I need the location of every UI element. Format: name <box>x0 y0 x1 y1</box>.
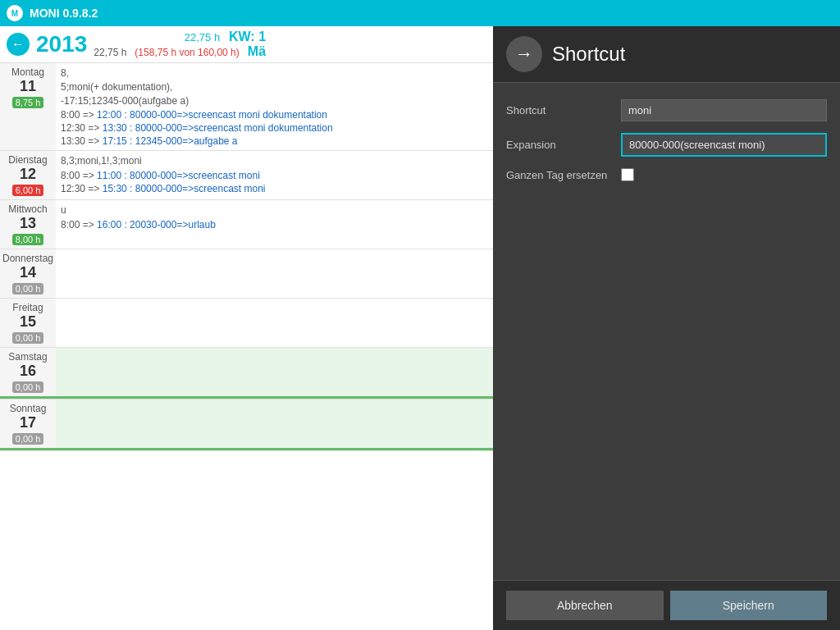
year-label: 2013 <box>36 31 87 57</box>
day-name: Mittwoch <box>8 203 47 215</box>
day-entry: 13:30 => 17:15 : 12345-000=>aufgabe a <box>61 135 488 147</box>
hours-bottom: 22,75 h (158,75 h von 160,00 h) Mä <box>94 44 266 59</box>
shortcut-dialog-title: Shortcut <box>552 43 625 66</box>
day-name: Montag <box>11 66 44 78</box>
app-title: MONI 0.9.8.2 <box>30 7 98 20</box>
day-content[interactable] <box>56 399 493 450</box>
day-row: Mittwoch138,00 hu8:00 => 16:00 : 20030-0… <box>0 200 493 249</box>
entry-link[interactable]: 15:30 : 80000-000=>screencast moni <box>99 183 265 194</box>
ganzen-tag-label: Ganzen Tag ersetzen <box>506 169 613 181</box>
day-label: Donnerstag140,00 h <box>0 249 56 298</box>
day-name: Dienstag <box>8 154 47 166</box>
day-name: Freitag <box>12 302 43 313</box>
day-number: 15 <box>20 313 36 331</box>
calendar-header: ← 2013 22,75 h KW: 1 22,75 h (158,75 h v… <box>0 26 493 63</box>
day-number: 11 <box>20 78 36 95</box>
titlebar: M MONI 0.9.8.2 <box>0 0 840 26</box>
shortcut-input[interactable] <box>621 99 827 121</box>
day-row: Freitag150,00 h <box>0 299 493 348</box>
shortcut-panel: → Shortcut Shortcut Expansion Ganzen Tag… <box>493 26 840 630</box>
shortcut-icon-circle: → <box>506 36 542 72</box>
day-number: 16 <box>20 363 36 380</box>
day-number: 14 <box>20 264 36 281</box>
day-row: Sonntag170,00 h <box>0 399 493 451</box>
entry-link[interactable]: 12:00 : 80000-000=>screencast moni dokum… <box>94 109 327 121</box>
shortcut-footer: Abbrechen Speichern <box>493 580 840 630</box>
day-label: Dienstag126,00 h <box>0 151 56 199</box>
day-row: Samstag160,00 h <box>0 348 493 399</box>
day-name: Donnerstag <box>2 253 53 264</box>
day-label: Samstag160,00 h <box>0 348 56 399</box>
day-label: Sonntag170,00 h <box>0 399 56 450</box>
day-number: 12 <box>20 166 36 183</box>
ganzen-tag-checkbox[interactable] <box>621 168 634 181</box>
day-label: Freitag150,00 h <box>0 299 56 347</box>
kw-info-block: 22,75 h KW: 1 22,75 h (158,75 h von 160,… <box>94 30 266 59</box>
hours-top: 22,75 h KW: 1 <box>185 30 266 44</box>
app-icon: M <box>7 5 23 21</box>
app-icon-letter: M <box>11 9 18 18</box>
day-hours-badge: 0,00 h <box>12 332 44 344</box>
day-content[interactable] <box>56 299 493 347</box>
day-hours-badge: 0,00 h <box>12 433 44 445</box>
main-layout: ← 2013 22,75 h KW: 1 22,75 h (158,75 h v… <box>0 26 840 630</box>
day-number: 13 <box>20 215 36 232</box>
expansion-input[interactable] <box>621 133 827 157</box>
day-content[interactable]: u8:00 => 16:00 : 20030-000=>urlaub <box>56 200 493 249</box>
day-entry: 8:00 => 16:00 : 20030-000=>urlaub <box>61 219 488 231</box>
entry-link[interactable]: 13:30 : 80000-000=>screencast moni dokum… <box>99 122 332 134</box>
day-entry: 12:30 => 13:30 : 80000-000=>screencast m… <box>61 122 488 134</box>
day-entry: 8:00 => 12:00 : 80000-000=>screencast mo… <box>61 109 488 121</box>
day-content[interactable]: 8,3;moni,1!,3;moni8:00 => 11:00 : 80000-… <box>56 151 493 199</box>
day-raw-text: 8, 5;moni(+ dokumentation), -17:15;12345… <box>61 66 488 107</box>
back-arrow-icon: ← <box>11 37 25 52</box>
expansion-field-row: Expansion <box>506 133 827 157</box>
shortcut-header: → Shortcut <box>493 26 840 83</box>
day-raw-text: u <box>61 203 488 217</box>
save-button[interactable]: Speichern <box>670 591 828 620</box>
day-entry: 8:00 => 11:00 : 80000-000=>screencast mo… <box>61 170 488 181</box>
shortcut-form: Shortcut Expansion Ganzen Tag ersetzen <box>493 83 840 580</box>
day-name: Samstag <box>8 351 47 363</box>
shortcut-field-row: Shortcut <box>506 99 827 121</box>
day-row: Montag118,75 h8, 5;moni(+ dokumentation)… <box>0 63 493 151</box>
day-hours-badge: 6,00 h <box>12 185 44 196</box>
shortcut-label: Shortcut <box>506 104 613 116</box>
expansion-label: Expansion <box>506 139 613 151</box>
cancel-button[interactable]: Abbrechen <box>506 591 664 620</box>
entry-link[interactable]: 16:00 : 20030-000=>urlaub <box>94 219 216 231</box>
back-button[interactable]: ← <box>7 33 30 56</box>
day-hours-badge: 0,00 h <box>12 381 44 393</box>
day-content[interactable] <box>56 348 493 399</box>
day-hours-badge: 8,75 h <box>12 97 44 108</box>
day-hours-badge: 8,00 h <box>12 234 44 245</box>
day-label: Montag118,75 h <box>0 63 56 150</box>
day-hours-badge: 0,00 h <box>12 283 44 294</box>
entry-link[interactable]: 17:15 : 12345-000=>aufgabe a <box>99 135 237 147</box>
ganzen-tag-row: Ganzen Tag ersetzen <box>506 168 827 181</box>
entry-link[interactable]: 11:00 : 80000-000=>screencast moni <box>94 170 260 181</box>
day-number: 17 <box>20 414 36 431</box>
day-row: Donnerstag140,00 h <box>0 249 493 299</box>
day-raw-text: 8,3;moni,1!,3;moni <box>61 154 488 168</box>
day-content[interactable] <box>56 249 493 298</box>
day-content[interactable]: 8, 5;moni(+ dokumentation), -17:15;12345… <box>56 63 493 150</box>
day-entry: 12:30 => 15:30 : 80000-000=>screencast m… <box>61 183 488 194</box>
shortcut-arrow-icon: → <box>515 43 533 65</box>
day-row: Dienstag126,00 h8,3;moni,1!,3;moni8:00 =… <box>0 151 493 200</box>
day-label: Mittwoch138,00 h <box>0 200 56 249</box>
calendar-panel: ← 2013 22,75 h KW: 1 22,75 h (158,75 h v… <box>0 26 493 630</box>
day-name: Sonntag <box>10 403 47 414</box>
calendar-body: Montag118,75 h8, 5;moni(+ dokumentation)… <box>0 63 493 630</box>
